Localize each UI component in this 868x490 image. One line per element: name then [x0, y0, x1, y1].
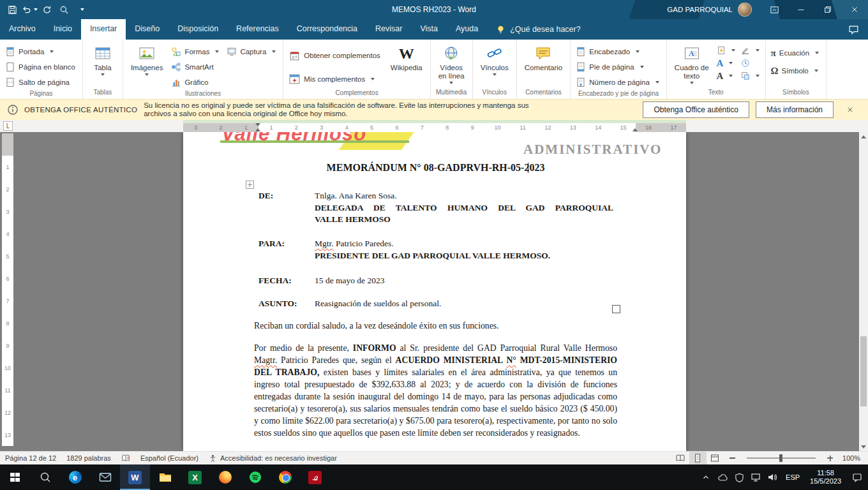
tab-revisar[interactable]: Revisar: [366, 19, 411, 40]
proofing-status[interactable]: [116, 452, 135, 464]
taskbar-file-explorer[interactable]: [150, 464, 180, 490]
zoom-slider[interactable]: [747, 457, 816, 459]
vertical-ruler[interactable]: 12345678910111213: [2, 133, 13, 446]
date-time-button[interactable]: [740, 57, 762, 69]
print-layout-view-button[interactable]: [689, 452, 707, 465]
table-button[interactable]: Tabla: [86, 41, 119, 76]
taskbar-acrobat[interactable]: [300, 464, 330, 490]
tab-diseno[interactable]: Diseño: [126, 19, 168, 40]
header-button[interactable]: Encabezado: [574, 44, 663, 59]
start-button[interactable]: [0, 464, 30, 490]
equation-button[interactable]: πEcuación: [769, 45, 823, 60]
page-number-icon: [576, 77, 586, 87]
taskbar-mail[interactable]: [90, 464, 120, 490]
network-tray-icon[interactable]: [747, 464, 764, 490]
scrollbar-thumb[interactable]: [860, 336, 867, 406]
tab-insertar[interactable]: Insertar: [81, 19, 126, 40]
minimize-button[interactable]: [788, 0, 814, 19]
dismiss-notification-button[interactable]: [840, 106, 860, 114]
vertical-scrollbar[interactable]: [859, 132, 868, 451]
online-video-button[interactable]: Vídeos en línea: [434, 41, 469, 84]
screenshot-button[interactable]: Captura: [225, 44, 280, 59]
blank-page-button[interactable]: Página en blanco: [3, 59, 79, 74]
empty-checkbox[interactable]: [612, 305, 620, 313]
hanging-indent-marker[interactable]: [255, 128, 260, 131]
document-page[interactable]: Valle Hermoso ADMINISTRATIVO MEMORÁNDUM …: [183, 132, 686, 451]
taskbar-excel[interactable]: X: [180, 464, 210, 490]
page-indicator[interactable]: Página 12 de 12: [0, 452, 61, 464]
taskbar-spotify[interactable]: [240, 464, 270, 490]
web-layout-view-button[interactable]: [707, 452, 724, 465]
tab-correspondencia[interactable]: Correspondencia: [288, 19, 366, 40]
print-preview-icon: [59, 5, 69, 15]
taskbar-word[interactable]: W: [120, 464, 150, 490]
action-center-button[interactable]: [846, 464, 868, 490]
tab-inicio[interactable]: Inicio: [45, 19, 81, 40]
drop-cap-button[interactable]: A: [715, 70, 738, 82]
hidden-icons-chevron[interactable]: [698, 464, 714, 490]
volume-tray-icon[interactable]: [764, 464, 781, 490]
print-preview-button[interactable]: [56, 1, 72, 18]
tell-me-search[interactable]: ¿Qué desea hacer?: [487, 19, 590, 40]
zoom-slider-knob[interactable]: [779, 454, 782, 462]
wikipedia-button[interactable]: W Wikipedia: [386, 41, 427, 72]
get-genuine-office-button[interactable]: Obtenga Office auténtico: [643, 101, 749, 118]
taskbar-firefox[interactable]: [210, 464, 240, 490]
tab-ayuda[interactable]: Ayuda: [447, 19, 487, 40]
language-selector[interactable]: Español (Ecuador): [135, 452, 204, 464]
quick-parts-button[interactable]: [715, 44, 738, 56]
page-number-button[interactable]: Número de página: [574, 75, 663, 89]
undo-button[interactable]: [21, 1, 38, 18]
close-button[interactable]: [841, 0, 868, 19]
tab-referencias[interactable]: Referencias: [227, 19, 288, 40]
onedrive-tray-icon[interactable]: [714, 464, 731, 490]
table-move-handle[interactable]: [246, 181, 254, 189]
redo-button[interactable]: [38, 1, 55, 18]
get-addins-button[interactable]: Obtener complementos: [287, 46, 384, 65]
pictures-button[interactable]: Imágenes: [126, 41, 168, 76]
symbol-button[interactable]: ΩSímbolo: [769, 63, 823, 78]
more-info-button[interactable]: Más información: [756, 101, 834, 118]
customize-quick-access-button[interactable]: [73, 1, 89, 18]
tab-archivo[interactable]: Archivo: [0, 19, 45, 40]
accessibility-status[interactable]: Accesibilidad: es necesario investigar: [204, 452, 342, 464]
my-addins-button[interactable]: Mis complementos: [287, 70, 384, 89]
wordart-button[interactable]: A: [715, 57, 738, 69]
smartart-button[interactable]: SmartArt: [169, 59, 223, 74]
page-break-button[interactable]: Salto de página: [3, 75, 79, 89]
text-box-button[interactable]: A Cuadro de texto: [670, 41, 714, 84]
read-mode-view-button[interactable]: [672, 452, 689, 465]
links-button[interactable]: Vínculos: [476, 41, 513, 76]
taskbar-chrome[interactable]: [270, 464, 300, 490]
tab-stop-selector[interactable]: L: [3, 121, 13, 131]
save-button[interactable]: [4, 1, 20, 18]
taskbar-search-button[interactable]: [30, 464, 60, 490]
taskbar-clock[interactable]: 11:58 15/5/2023: [805, 469, 846, 486]
taskbar-edge[interactable]: e: [60, 464, 90, 490]
scroll-down-button[interactable]: [859, 442, 868, 451]
ruler-cell: 12: [2, 401, 13, 424]
footer-button[interactable]: Pie de página: [574, 59, 663, 74]
scroll-up-button[interactable]: [859, 132, 868, 141]
object-button[interactable]: [740, 70, 762, 82]
zoom-level[interactable]: 100%: [839, 454, 868, 462]
word-count[interactable]: 1829 palabras: [61, 452, 116, 464]
tab-disposicion[interactable]: Disposición: [168, 19, 227, 40]
ribbon-display-options-button[interactable]: [761, 0, 788, 19]
security-tray-icon[interactable]: [731, 464, 747, 490]
chart-button[interactable]: Gráfico: [169, 75, 223, 89]
comments-pane-icon[interactable]: [848, 24, 859, 35]
tab-vista[interactable]: Vista: [411, 19, 447, 40]
new-comment-button[interactable]: Comentario: [520, 41, 567, 72]
account-avatar[interactable]: [738, 3, 752, 17]
restore-button[interactable]: [814, 0, 841, 19]
account-name[interactable]: GAD PARROQUIAL: [667, 6, 733, 13]
shapes-button[interactable]: Formas: [169, 44, 223, 59]
zoom-in-button[interactable]: [821, 452, 839, 465]
right-indent-marker[interactable]: [632, 128, 638, 131]
cover-page-button[interactable]: Portada: [3, 44, 79, 59]
language-indicator[interactable]: ESP: [781, 473, 805, 481]
first-line-indent-marker[interactable]: [255, 123, 260, 126]
zoom-out-button[interactable]: [724, 452, 741, 465]
signature-line-button[interactable]: [740, 44, 762, 56]
